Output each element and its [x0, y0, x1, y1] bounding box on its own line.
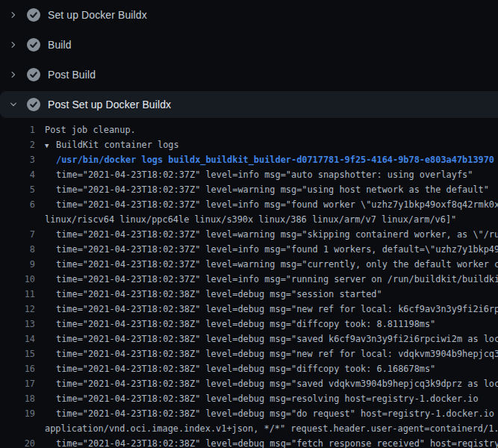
log-line: 2▼BuildKit container logs	[0, 137, 498, 152]
log-text: time="2021-04-23T18:02:38Z" level=debug …	[35, 317, 498, 332]
log-line-number[interactable]: 17	[0, 376, 35, 391]
log-line-number[interactable]: 16	[0, 361, 35, 376]
check-circle-icon	[27, 8, 40, 22]
log-line: 5time="2021-04-23T18:02:37Z" level=warni…	[0, 182, 498, 197]
log-line: 17time="2021-04-23T18:02:38Z" level=debu…	[0, 376, 498, 391]
log-line: 13time="2021-04-23T18:02:38Z" level=debu…	[0, 317, 498, 332]
log-line: 3/usr/bin/docker logs buildx_buildkit_bu…	[0, 152, 498, 167]
log-line: 19time="2021-04-23T18:02:38Z" level=debu…	[0, 406, 498, 421]
log-line: 1Post job cleanup.	[0, 122, 498, 137]
step-row-set-up-docker-buildx[interactable]: Set up Docker Buildx	[0, 0, 498, 30]
log-line-number[interactable]: 3	[0, 152, 35, 167]
log-line-number[interactable]: 2	[0, 137, 35, 152]
log-text: time="2021-04-23T18:02:38Z" level=debug …	[35, 346, 498, 361]
log-text: linux/riscv64 linux/ppc64le linux/s390x …	[35, 212, 498, 227]
step-label: Post Set up Docker Buildx	[48, 99, 171, 111]
chevron-right-icon[interactable]	[9, 70, 27, 79]
chevron-right-icon[interactable]	[9, 10, 27, 19]
log-line-number[interactable]: 18	[0, 391, 35, 406]
log-text: time="2021-04-23T18:02:38Z" level=debug …	[35, 406, 498, 421]
log-line: 15time="2021-04-23T18:02:38Z" level=debu…	[0, 346, 498, 361]
log-line-number[interactable]: 5	[0, 182, 35, 197]
log-text: time="2021-04-23T18:02:37Z" level=info m…	[35, 197, 498, 212]
log-line: 6time="2021-04-23T18:02:37Z" level=info …	[0, 197, 498, 212]
log-text: time="2021-04-23T18:02:38Z" level=debug …	[35, 391, 498, 406]
log-text: time="2021-04-23T18:02:38Z" level=debug …	[35, 302, 498, 317]
log-text: time="2021-04-23T18:02:37Z" level=info m…	[35, 272, 498, 287]
log-line: 12time="2021-04-23T18:02:38Z" level=debu…	[0, 302, 498, 317]
log-text: time="2021-04-23T18:02:38Z" level=debug …	[35, 436, 498, 448]
log-line-number[interactable]: 13	[0, 317, 35, 332]
check-circle-icon	[27, 38, 40, 52]
log-line: 16time="2021-04-23T18:02:38Z" level=debu…	[0, 361, 498, 376]
log-viewer: 1Post job cleanup.2▼BuildKit container l…	[0, 122, 498, 448]
chevron-down-icon[interactable]	[9, 100, 27, 109]
log-text: time="2021-04-23T18:02:38Z" level=debug …	[35, 376, 498, 391]
log-line-number[interactable]: 4	[0, 167, 35, 182]
log-line-number	[0, 421, 35, 436]
log-text: time="2021-04-23T18:02:38Z" level=debug …	[35, 332, 498, 346]
log-line: 9time="2021-04-23T18:02:37Z" level=warni…	[0, 257, 498, 272]
log-line: 20time="2021-04-23T18:02:38Z" level=debu…	[0, 436, 498, 448]
log-text: time="2021-04-23T18:02:37Z" level=warnin…	[35, 182, 498, 197]
log-line: 11time="2021-04-23T18:02:38Z" level=debu…	[0, 287, 498, 302]
check-circle-icon	[27, 68, 40, 81]
log-line: linux/riscv64 linux/ppc64le linux/s390x …	[0, 212, 498, 227]
log-line-number[interactable]: 6	[0, 197, 35, 212]
log-text: time="2021-04-23T18:02:38Z" level=debug …	[35, 287, 498, 302]
log-line-number[interactable]: 14	[0, 332, 35, 346]
step-row-build[interactable]: Build	[0, 30, 498, 60]
log-text: Post job cleanup.	[35, 122, 498, 137]
log-line-number[interactable]: 8	[0, 242, 35, 257]
log-line-number[interactable]: 7	[0, 227, 35, 242]
log-line-number[interactable]: 19	[0, 406, 35, 421]
step-label: Build	[48, 39, 72, 51]
log-line: 8time="2021-04-23T18:02:37Z" level=info …	[0, 242, 498, 257]
log-line-number[interactable]: 9	[0, 257, 35, 272]
job-steps-list: Set up Docker BuildxBuildPost BuildPost …	[0, 0, 498, 118]
log-text: time="2021-04-23T18:02:37Z" level=info m…	[35, 242, 498, 257]
log-line: 18time="2021-04-23T18:02:38Z" level=debu…	[0, 391, 498, 406]
log-line-number[interactable]: 11	[0, 287, 35, 302]
chevron-right-icon[interactable]	[9, 40, 27, 49]
step-label: Post Build	[48, 69, 96, 81]
log-text: time="2021-04-23T18:02:37Z" level=warnin…	[35, 227, 498, 242]
log-command-text: /usr/bin/docker logs buildx_buildkit_bui…	[35, 152, 498, 167]
step-row-post-build[interactable]: Post Build	[0, 60, 498, 90]
log-line: 10time="2021-04-23T18:02:37Z" level=info…	[0, 272, 498, 287]
log-text: application/vnd.oci.image.index.v1+json,…	[35, 421, 498, 436]
log-line-number[interactable]: 10	[0, 272, 35, 287]
log-text: ▼BuildKit container logs	[35, 137, 498, 152]
log-text: time="2021-04-23T18:02:37Z" level=info m…	[35, 167, 498, 182]
log-group-title[interactable]: BuildKit container logs	[56, 140, 179, 150]
log-line-number[interactable]: 12	[0, 302, 35, 317]
log-text: time="2021-04-23T18:02:37Z" level=warnin…	[35, 257, 498, 272]
step-label: Set up Docker Buildx	[48, 9, 147, 21]
log-line: 7time="2021-04-23T18:02:37Z" level=warni…	[0, 227, 498, 242]
log-text: time="2021-04-23T18:02:38Z" level=debug …	[35, 361, 498, 376]
log-line: 14time="2021-04-23T18:02:38Z" level=debu…	[0, 332, 498, 346]
log-line: application/vnd.oci.image.index.v1+json,…	[0, 421, 498, 436]
log-line-number[interactable]: 1	[0, 122, 35, 137]
log-line-number[interactable]: 20	[0, 436, 35, 448]
log-line-number	[0, 212, 35, 227]
log-line: 4time="2021-04-23T18:02:37Z" level=info …	[0, 167, 498, 182]
log-line-number[interactable]: 15	[0, 346, 35, 361]
check-circle-icon	[27, 98, 40, 111]
log-group-toggle-icon[interactable]: ▼	[45, 138, 56, 152]
step-row-post-set-up-docker-buildx[interactable]: Post Set up Docker Buildx	[0, 91, 498, 118]
